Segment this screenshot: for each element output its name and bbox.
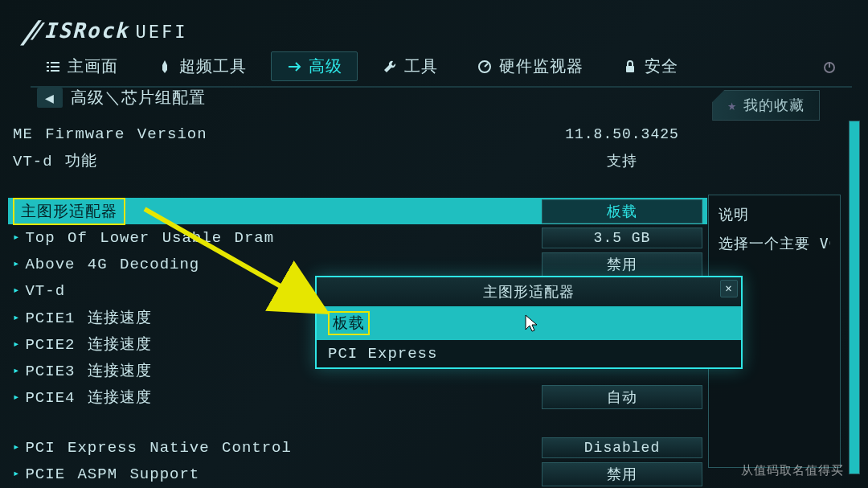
nav-main[interactable]: 主画面 (31, 52, 133, 80)
favorites-label: 我的收藏 (743, 96, 805, 113)
wrench-icon (382, 59, 398, 75)
setting-me-firmware: ME Firmware Version 11.8.50.3425 (8, 121, 707, 147)
star-icon: ★ (727, 96, 737, 113)
back-arrow-icon[interactable]: ◀ (37, 88, 63, 108)
primary-gfx-value[interactable]: 板载 (542, 199, 702, 223)
top-lower-dram-value[interactable]: 3.5 GB (542, 228, 702, 248)
setting-pcie-aspm[interactable]: ▸PCIE ASPM Support 禁用 (8, 461, 707, 487)
popup-option-onboard[interactable]: 板载 (317, 306, 741, 340)
pci-native-value[interactable]: Disabled (542, 437, 702, 458)
setting-pci-native[interactable]: ▸PCI Express Native Control Disabled (8, 434, 707, 461)
watermark-text: 从值码取名值得买 (741, 463, 844, 478)
nav-hwmonitor-label: 硬件监视器 (499, 55, 583, 77)
primary-gfx-popup: 主图形适配器 ✕ 板载 PCI Express (315, 276, 743, 369)
nav-advanced-label: 高级 (309, 55, 342, 77)
popup-option-onboard-label: 板载 (328, 311, 370, 335)
svg-rect-3 (51, 66, 59, 68)
lock-icon (622, 59, 638, 75)
popup-option-pcie[interactable]: PCI Express (317, 340, 741, 367)
pcie4-value[interactable]: 自动 (542, 385, 702, 409)
breadcrumb: ◀ 高级＼芯片组配置 (37, 87, 206, 109)
nav-security-label: 安全 (645, 55, 678, 77)
power-icon (821, 59, 837, 75)
above-4g-value[interactable]: 禁用 (542, 252, 702, 277)
svg-rect-1 (51, 62, 59, 64)
svg-rect-4 (47, 70, 49, 72)
vtd-func-value: 支持 (542, 151, 702, 170)
me-firmware-value: 11.8.50.3425 (542, 126, 702, 142)
svg-rect-5 (51, 70, 59, 72)
setting-pcie4[interactable]: ▸PCIE4 连接速度 自动 (8, 383, 707, 410)
popup-title: 主图形适配器 ✕ (317, 277, 741, 306)
description-title: 说明 (719, 205, 830, 224)
nav-tools[interactable]: 工具 (367, 52, 452, 80)
rocket-icon (157, 59, 173, 75)
pcie-aspm-value[interactable]: 禁用 (542, 462, 702, 486)
list-icon (45, 59, 61, 75)
star-icon (286, 59, 302, 75)
nav-hwmonitor[interactable]: 硬件监视器 (462, 52, 598, 80)
primary-gfx-label: 主图形适配器 (13, 198, 125, 225)
nav-tools-label: 工具 (404, 55, 438, 77)
breadcrumb-text: 高级＼芯片组配置 (71, 87, 206, 109)
setting-vtd-func: VT-d 功能 支持 (8, 147, 707, 174)
close-icon[interactable]: ✕ (720, 280, 738, 297)
nav-advanced[interactable]: 高级 (271, 51, 358, 81)
favorites-button[interactable]: ★我的收藏 (712, 90, 820, 121)
svg-rect-7 (626, 66, 634, 72)
nav-main-label: 主画面 (68, 55, 118, 77)
description-body: 选择一个主要 VG (719, 234, 830, 253)
logo: //ISRockUEFI (19, 14, 187, 50)
top-navigation: 主画面 超频工具 高级 工具 硬件监视器 安全 (31, 51, 852, 88)
setting-above-4g[interactable]: ▸Above 4G Decoding 禁用 (8, 251, 707, 277)
setting-top-lower-dram[interactable]: ▸Top Of Lower Usable Dram 3.5 GB (8, 224, 707, 251)
setting-primary-gfx[interactable]: 主图形适配器 板载 (8, 198, 707, 224)
svg-rect-2 (47, 66, 49, 68)
nav-security[interactable]: 安全 (608, 52, 693, 80)
popup-option-pcie-label: PCI Express (328, 345, 437, 363)
nav-oc-label: 超频工具 (179, 55, 247, 77)
svg-rect-0 (47, 62, 49, 64)
gauge-icon (477, 59, 493, 75)
power-button[interactable] (807, 55, 852, 78)
nav-oc[interactable]: 超频工具 (142, 52, 261, 80)
scrollbar[interactable] (849, 121, 860, 474)
